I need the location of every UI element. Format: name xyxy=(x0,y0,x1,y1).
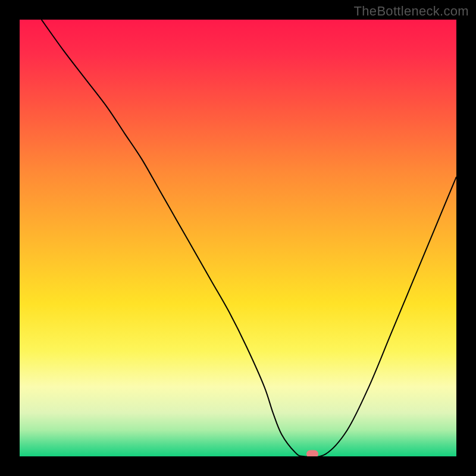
chart-container: TheBottleneck.com xyxy=(0,0,476,476)
plot-area xyxy=(20,20,456,456)
curve-layer xyxy=(20,20,456,456)
optimal-point-marker xyxy=(306,450,318,456)
bottleneck-curve xyxy=(42,20,456,456)
watermark-text: TheBottleneck.com xyxy=(354,4,469,19)
